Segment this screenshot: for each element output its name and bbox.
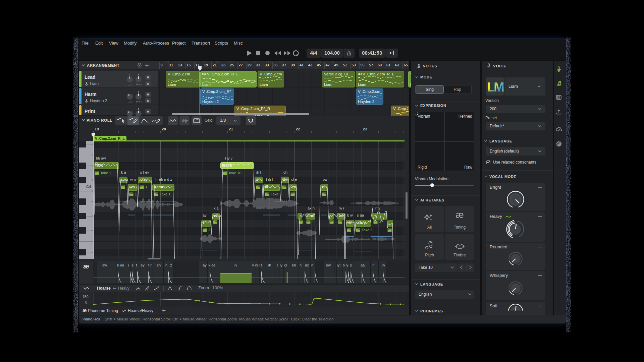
svg-text:M: M <box>494 80 504 94</box>
